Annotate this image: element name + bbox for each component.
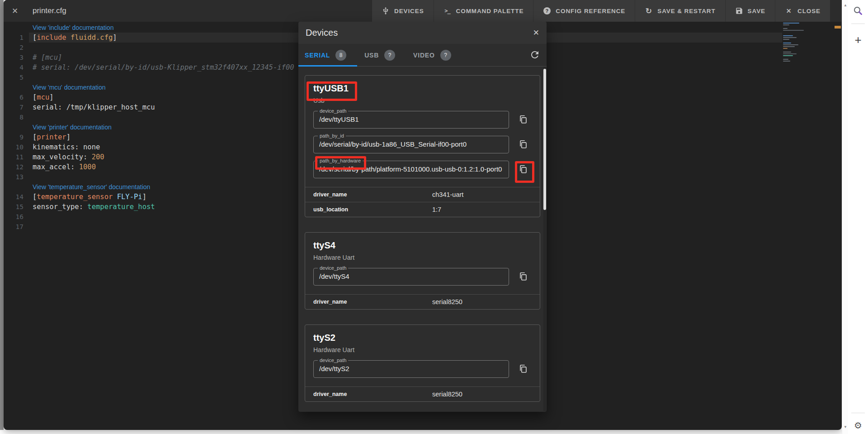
refresh-button[interactable] <box>529 49 540 60</box>
minimap-line <box>783 48 788 49</box>
file-title: printer.cfg <box>33 0 66 22</box>
code-token: [ <box>33 93 37 101</box>
button-label: SAVE & RESTART <box>657 8 715 14</box>
field-label: path_by_id <box>318 133 346 139</box>
property-row: usb_location1:7 <box>305 202 540 217</box>
config-reference-button[interactable]: ?CONFIG REFERENCE <box>533 0 635 22</box>
tab-video[interactable]: VIDEO? <box>413 50 451 61</box>
field-row: device_path/dev/ttyS4 <box>313 268 532 286</box>
code-token: # [mcu] <box>33 53 62 62</box>
code-token: [ <box>33 33 37 42</box>
code-token: FLY-Pi <box>113 193 142 201</box>
save-icon <box>735 7 743 15</box>
path_by_id-field[interactable]: path_by_id/dev/serial/by-id/usb-1a86_USB… <box>313 136 509 153</box>
doc-link[interactable]: View 'printer' documentation <box>33 124 112 131</box>
device_path-field[interactable]: device_path/dev/ttyS4 <box>313 268 509 286</box>
field-label: device_path <box>318 358 348 363</box>
code-text: [printer] <box>33 133 71 141</box>
dialog-scrollbar-thumb[interactable] <box>543 69 546 210</box>
code-token: [ <box>33 193 37 201</box>
code-token: ] <box>142 193 146 201</box>
code-token: ] <box>113 33 117 42</box>
tab-serial[interactable]: SERIAL8 <box>305 50 346 61</box>
doc-link[interactable]: View 'include' documentation <box>33 24 113 31</box>
device_path-field[interactable]: device_path/dev/ttyUSB1 <box>313 111 509 129</box>
search-button[interactable] <box>848 3 868 19</box>
close-button[interactable]: ✕CLOSE <box>775 0 830 22</box>
minimap-line <box>783 52 791 52</box>
code-token: kinematics: none <box>33 143 100 151</box>
plus-icon: + <box>854 34 861 46</box>
line-number: 3 <box>4 54 24 61</box>
line-number: 14 <box>4 193 24 200</box>
copy-button[interactable] <box>518 139 529 150</box>
code-token: fluidd.cfg <box>66 33 113 42</box>
scroll-down-icon[interactable]: ▼ <box>842 425 849 429</box>
doc-link[interactable]: View 'temperature_sensor' documentation <box>33 183 150 191</box>
minimap-line <box>783 55 793 56</box>
button-label: CONFIG REFERENCE <box>556 8 625 14</box>
field-row: path_by_id/dev/serial/by-id/usb-1a86_USB… <box>313 136 532 153</box>
code-token: temperature_host <box>87 203 155 211</box>
line-number: 7 <box>4 104 24 111</box>
minimap-line <box>783 30 804 31</box>
field-label: device_path <box>318 108 348 114</box>
device-card: ttyS2Hardware Uartdevice_path/dev/ttyS2d… <box>305 324 540 402</box>
device_path-field[interactable]: device_path/dev/ttyS2 <box>313 360 509 378</box>
dialog-close-icon[interactable]: ✕ <box>533 22 539 44</box>
minimap[interactable] <box>782 23 815 72</box>
code-text: # serial: /dev/serial/by-id/usb-Klipper_… <box>33 63 294 72</box>
editor-close-icon[interactable]: ✕ <box>12 0 18 22</box>
add-button[interactable]: + <box>848 32 868 48</box>
device-subtitle: Hardware Uart <box>313 345 532 354</box>
save-button[interactable]: SAVE <box>725 0 775 22</box>
copy-button[interactable] <box>518 272 529 282</box>
code-text: # [mcu] <box>33 53 62 62</box>
annotation-box-path-by-hardware-label <box>315 156 366 170</box>
code-text: max_accel: 1000 <box>33 163 96 171</box>
toolbar-divider <box>851 24 865 24</box>
tab-badge: ? <box>440 50 451 61</box>
doc-link[interactable]: View 'mcu' documentation <box>33 84 106 91</box>
command-palette-button[interactable]: >_COMMAND PALETTE <box>434 0 533 22</box>
minimap-line <box>783 53 797 54</box>
line-number: 10 <box>4 143 24 151</box>
devices-button[interactable]: DEVICES <box>372 0 434 22</box>
overview-ruler-mark <box>835 26 841 29</box>
help-icon: ? <box>543 7 551 15</box>
annotation-box-copy-button <box>515 161 534 183</box>
property-key: driver_name <box>313 299 347 305</box>
copy-button[interactable] <box>518 364 529 375</box>
line-number: 15 <box>4 203 24 210</box>
copy-button[interactable] <box>518 114 529 125</box>
property-row: driver_nameserial8250 <box>305 386 540 401</box>
button-label: CLOSE <box>797 8 821 14</box>
code-token: temperature_sensor <box>37 193 113 201</box>
minimap-line <box>783 43 791 43</box>
restart-icon: ↻ <box>645 7 653 15</box>
copy-icon <box>518 143 528 151</box>
line-number: 8 <box>4 114 24 121</box>
copy-icon <box>518 275 528 283</box>
minimap-line <box>783 61 790 62</box>
save-restart-button[interactable]: ↻SAVE & RESTART <box>635 0 725 22</box>
scroll-up-icon[interactable]: ▲ <box>842 3 849 7</box>
line-number: 13 <box>4 173 24 181</box>
dialog-scrollbar[interactable] <box>543 67 546 411</box>
field-row: device_path/dev/ttyUSB1 <box>313 111 532 129</box>
page-scrollbar[interactable]: ▲ ▼ <box>842 0 848 434</box>
annotation-box-device-name <box>307 81 357 101</box>
property-value: serial8250 <box>432 391 462 398</box>
usb-icon <box>382 7 390 15</box>
device-card: ttyS4Hardware Uartdevice_path/dev/ttyS4d… <box>305 232 540 310</box>
property-key: driver_name <box>313 391 347 397</box>
property-value: 1:7 <box>432 206 441 213</box>
minimap-line <box>783 24 789 25</box>
property-value: ch341-uart <box>432 191 463 198</box>
tab-usb[interactable]: USB? <box>364 50 395 61</box>
right-toolbar: + ⚙ <box>848 0 868 434</box>
code-text: max_velocity: 200 <box>33 153 104 161</box>
close-icon: ✕ <box>785 7 793 15</box>
settings-button[interactable]: ⚙ <box>848 417 868 434</box>
field-value: /dev/serial/by-id/usb-1a86_USB_Serial-if… <box>319 140 506 148</box>
